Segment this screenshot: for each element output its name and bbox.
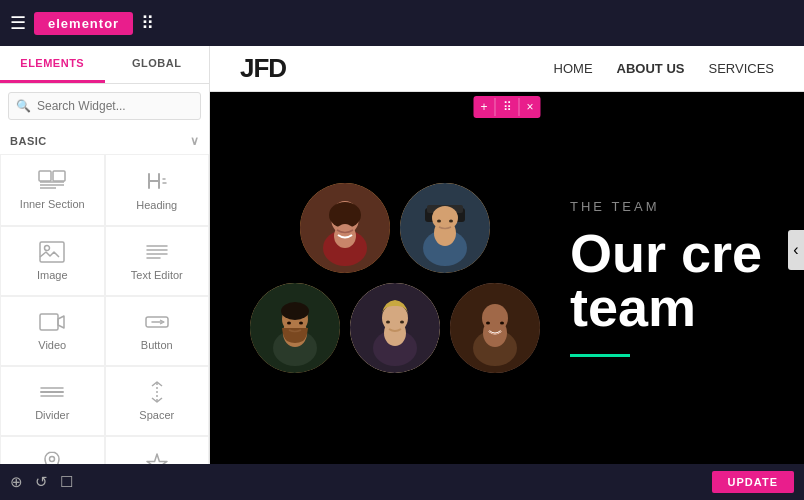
hamburger-icon[interactable]: ☰: [10, 12, 26, 34]
sidebar-collapse-handle[interactable]: ‹: [788, 230, 804, 270]
section-label: BASIC: [10, 135, 47, 147]
button-label: Button: [141, 339, 173, 351]
top-bar: ☰ elementor ⠿: [0, 0, 804, 46]
element-inner-section[interactable]: Inner Section: [0, 154, 105, 226]
divider-label: Divider: [35, 409, 69, 421]
website-header: JFD HOME ABOUT US SERVICES: [210, 46, 804, 92]
section-move-button[interactable]: ⠿: [496, 96, 519, 118]
element-icon[interactable]: Icon: [105, 436, 210, 464]
avatar-1: [300, 183, 390, 273]
team-section: THE TEAM Our cre team: [210, 92, 804, 464]
avatar-3: [250, 283, 340, 373]
elements-grid: Inner Section Heading: [0, 154, 209, 464]
spacer-label: Spacer: [139, 409, 174, 421]
svg-point-23: [334, 224, 356, 248]
bottom-add-icon[interactable]: ⊕: [10, 473, 23, 491]
tab-elements[interactable]: ELEMENTS: [0, 46, 105, 83]
top-bar-left: ☰ elementor ⠿: [10, 12, 154, 35]
element-google-maps[interactable]: Google Maps: [0, 436, 105, 464]
image-label: Image: [37, 269, 68, 281]
team-tagline: THE TEAM: [570, 199, 784, 214]
grid-icon[interactable]: ⠿: [141, 12, 154, 34]
svg-point-44: [382, 304, 408, 332]
heading-label: Heading: [136, 199, 177, 211]
svg-point-6: [45, 246, 50, 251]
element-button[interactable]: Button: [105, 296, 210, 366]
svg-point-39: [287, 322, 291, 325]
elementor-logo: elementor: [34, 12, 133, 35]
svg-point-24: [337, 223, 341, 226]
update-button[interactable]: UPDATE: [712, 471, 794, 493]
photos-row-top: [250, 183, 540, 273]
element-heading[interactable]: Heading: [105, 154, 210, 226]
nav-home[interactable]: HOME: [554, 61, 593, 76]
inner-section-icon: [38, 170, 66, 192]
video-label: Video: [38, 339, 66, 351]
canvas-content: + ⠿ ×: [210, 92, 804, 464]
section-toolbar: + ⠿ ×: [473, 96, 540, 118]
svg-point-40: [299, 322, 303, 325]
main-layout: ELEMENTS GLOBAL 🔍 BASIC ∨: [0, 46, 804, 464]
text-editor-icon: [144, 241, 170, 263]
section-header: BASIC ∨: [0, 128, 209, 154]
image-icon: [39, 241, 65, 263]
bottom-undo-icon[interactable]: ↺: [35, 473, 48, 491]
inner-section-label: Inner Section: [20, 198, 85, 210]
svg-point-33: [449, 220, 453, 223]
team-heading: Our cre team: [570, 226, 784, 334]
sidebar-tabs: ELEMENTS GLOBAL: [0, 46, 209, 84]
svg-point-45: [386, 321, 390, 324]
svg-point-32: [437, 220, 441, 223]
element-text-editor[interactable]: Text Editor: [105, 226, 210, 296]
element-video[interactable]: Video: [0, 296, 105, 366]
bottom-bar-left: ⊕ ↺ ☐: [10, 473, 73, 491]
team-heading-line2: team: [570, 277, 696, 337]
section-add-button[interactable]: +: [473, 96, 494, 118]
svg-rect-0: [39, 171, 51, 181]
photos-row-bottom: [250, 283, 540, 373]
heading-icon: [145, 169, 169, 193]
search-icon: 🔍: [16, 99, 31, 113]
nav-about-us[interactable]: ABOUT US: [617, 61, 685, 76]
canvas-area: JFD HOME ABOUT US SERVICES + ⠿ ×: [210, 46, 804, 464]
svg-rect-11: [40, 314, 58, 330]
svg-point-38: [281, 302, 309, 320]
spacer-icon: [144, 381, 170, 403]
collapse-icon: ‹: [793, 241, 798, 259]
team-underline: [570, 354, 630, 357]
svg-rect-5: [40, 242, 64, 262]
sidebar: ELEMENTS GLOBAL 🔍 BASIC ∨: [0, 46, 210, 464]
text-editor-label: Text Editor: [131, 269, 183, 281]
icon-widget-icon: [145, 452, 169, 464]
video-icon: [39, 311, 65, 333]
button-icon: [144, 311, 170, 333]
search-box: 🔍: [8, 92, 201, 120]
svg-rect-1: [53, 171, 65, 181]
chevron-down-icon[interactable]: ∨: [190, 134, 200, 148]
team-photos: [250, 183, 540, 373]
avatar-4: [350, 283, 440, 373]
svg-point-31: [432, 206, 458, 230]
svg-point-46: [400, 321, 404, 324]
search-input[interactable]: [8, 92, 201, 120]
google-maps-icon: [41, 451, 63, 464]
element-spacer[interactable]: Spacer: [105, 366, 210, 436]
site-nav: HOME ABOUT US SERVICES: [554, 61, 774, 76]
avatar-2: [400, 183, 490, 273]
svg-point-50: [482, 304, 508, 332]
nav-services[interactable]: SERVICES: [708, 61, 774, 76]
bottom-responsive-icon[interactable]: ☐: [60, 473, 73, 491]
svg-point-25: [349, 223, 353, 226]
svg-point-52: [500, 322, 504, 325]
team-text: THE TEAM Our cre team: [570, 199, 784, 357]
svg-point-18: [50, 457, 55, 462]
svg-point-51: [486, 322, 490, 325]
element-divider[interactable]: Divider: [0, 366, 105, 436]
site-logo: JFD: [240, 53, 286, 84]
element-image[interactable]: Image: [0, 226, 105, 296]
bottom-bar: ⊕ ↺ ☐ UPDATE: [0, 464, 804, 500]
section-close-button[interactable]: ×: [520, 96, 541, 118]
divider-icon: [39, 381, 65, 403]
tab-global[interactable]: GLOBAL: [105, 46, 210, 83]
avatar-5: [450, 283, 540, 373]
